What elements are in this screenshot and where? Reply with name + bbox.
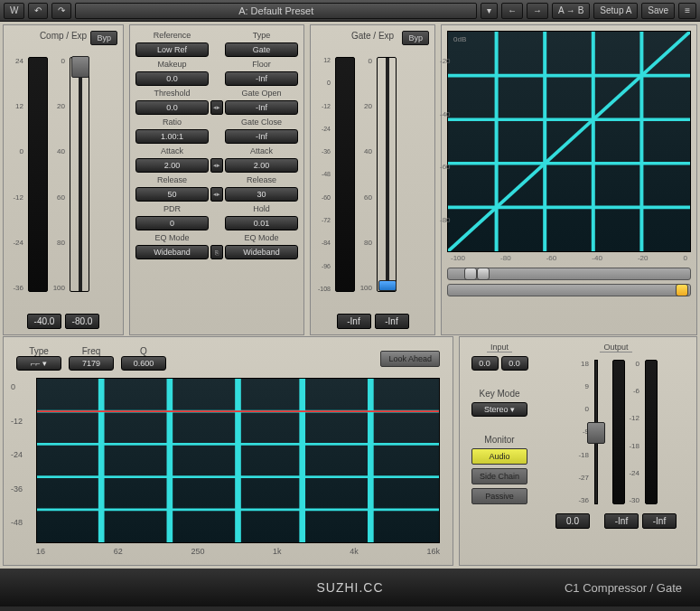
key-mode-select[interactable]: Stereo ▾ xyxy=(471,402,527,417)
next-button[interactable]: → xyxy=(527,3,548,19)
output-meter-right xyxy=(645,360,658,504)
curve-0db-label: 0dB xyxy=(453,35,466,43)
param-value[interactable]: Low Ref xyxy=(135,42,209,57)
param-value[interactable]: 2.00 xyxy=(225,158,298,173)
param-value[interactable]: 1.00:1 xyxy=(135,129,209,144)
gate-panel: Gate / Exp Byp 120-12-24-36-48-60-72-84-… xyxy=(310,24,435,335)
eq-freq-label: Freq xyxy=(69,346,114,356)
param-label: Release xyxy=(135,175,209,184)
gate-bypass-button[interactable]: Byp xyxy=(402,31,429,45)
input-left-value[interactable]: 0.0 xyxy=(471,356,499,371)
save-button[interactable]: Save xyxy=(641,3,675,19)
param-label: EQ Mode xyxy=(135,233,209,242)
curve-panel: 0dB -100-80-60-40-200 -20-40-60-80 xyxy=(441,24,697,335)
footer-watermark: SUZHI.CC xyxy=(316,580,383,595)
param-label: Attack xyxy=(225,146,298,155)
param-value[interactable]: 0 xyxy=(135,216,209,230)
eq-type-select[interactable]: ⌐⌐ ▾ xyxy=(16,356,61,371)
eq-panel: Type⌐⌐ ▾ Freq7179 Q0.600 Look Ahead 1662… xyxy=(3,336,453,566)
gate-scale-left: 120-12-24-36-48-60-72-84-96-108 xyxy=(316,57,332,292)
output-fader-value[interactable]: 0.0 xyxy=(555,513,590,529)
undo-button[interactable]: ↶ xyxy=(28,3,48,19)
param-label: Hold xyxy=(225,204,298,213)
param-label: Reference xyxy=(135,31,209,40)
comp-bypass-button[interactable]: Byp xyxy=(90,31,117,45)
monitor-label: Monitor xyxy=(484,435,514,445)
link-icon[interactable]: ◂▸ xyxy=(210,158,223,173)
param-value[interactable]: 0.0 xyxy=(135,71,209,86)
look-ahead-button[interactable]: Look Ahead xyxy=(380,351,440,367)
redo-button[interactable]: ↷ xyxy=(51,3,71,19)
param-label: Floor xyxy=(225,60,298,69)
output-meter-left xyxy=(612,360,625,504)
gate-meter-left xyxy=(335,57,355,292)
param-value[interactable]: Wideband xyxy=(135,245,209,259)
ab-button[interactable]: A → B xyxy=(552,3,590,19)
comp-meter-right[interactable] xyxy=(70,57,89,292)
param-label: Gate Close xyxy=(225,118,298,127)
menu-icon[interactable]: ≡ xyxy=(678,3,696,19)
logo-icon[interactable]: W xyxy=(4,3,24,19)
param-value[interactable]: Gate xyxy=(225,42,298,57)
svg-line-8 xyxy=(448,32,690,251)
io-panel: Input 0.0 0.0 Key Mode Stereo ▾ Monitor … xyxy=(459,336,697,566)
input-right-value[interactable]: 0.0 xyxy=(501,356,528,371)
plugin-name: C1 Compressor / Gate xyxy=(565,581,682,595)
monitor-sidechain-button[interactable]: Side Chain xyxy=(471,468,527,484)
gate-value-right[interactable]: -Inf xyxy=(375,314,409,329)
param-label: PDR xyxy=(135,204,209,213)
comp-value-left[interactable]: -40.0 xyxy=(27,314,61,329)
setup-button[interactable]: Setup A xyxy=(593,3,638,19)
comp-meter-left xyxy=(28,57,48,292)
param-label: Gate Open xyxy=(225,89,298,98)
params-panel: ReferenceTypeLow RefGateMakeupFloor0.0-I… xyxy=(129,24,304,335)
output-label: Output xyxy=(600,343,631,352)
eq-type-label: Type xyxy=(16,346,61,356)
key-mode-label: Key Mode xyxy=(479,389,519,399)
eq-q-value[interactable]: 0.600 xyxy=(121,356,166,371)
param-label: EQ Mode xyxy=(225,233,298,242)
prev-button[interactable]: ← xyxy=(501,3,523,19)
param-label: Ratio xyxy=(135,118,209,127)
param-value[interactable]: -Inf xyxy=(225,129,298,144)
curve-range-slider[interactable] xyxy=(447,268,691,280)
param-value[interactable]: 0.0 xyxy=(135,100,209,115)
comp-scale-right: 020406080100 xyxy=(51,57,67,292)
param-label: Type xyxy=(225,31,298,40)
comp-panel: Comp / Exp Byp 24120-12-24-36 0204060801… xyxy=(3,24,124,335)
gate-meter-right[interactable] xyxy=(377,57,397,292)
monitor-passive-button[interactable]: Passive xyxy=(471,488,527,504)
link-icon[interactable]: ⎘ xyxy=(210,245,223,259)
link-icon[interactable]: ◂▸ xyxy=(210,187,223,202)
output-left-value[interactable]: -Inf xyxy=(604,513,639,529)
eq-q-label: Q xyxy=(121,346,166,356)
curve-threshold-slider[interactable] xyxy=(447,284,691,296)
curve-graph[interactable]: 0dB xyxy=(447,31,691,252)
comp-value-right[interactable]: -80.0 xyxy=(65,314,99,329)
gate-scale-right: 020406080100 xyxy=(358,57,374,292)
eq-graph[interactable] xyxy=(36,378,440,543)
input-label: Input xyxy=(487,343,512,352)
param-value[interactable]: -Inf xyxy=(225,100,298,115)
output-right-value[interactable]: -Inf xyxy=(642,513,677,529)
param-label: Makeup xyxy=(135,60,209,69)
param-value[interactable]: 0.01 xyxy=(225,216,298,230)
param-value[interactable]: -Inf xyxy=(225,71,298,86)
monitor-audio-button[interactable]: Audio xyxy=(471,448,527,465)
param-label: Release xyxy=(225,175,298,184)
param-value[interactable]: 30 xyxy=(225,187,298,202)
preset-display[interactable]: A: Default Preset xyxy=(75,3,477,19)
eq-freq-value[interactable]: 7179 xyxy=(69,356,114,371)
comp-scale-left: 24120-12-24-36 xyxy=(9,57,25,292)
gate-value-left[interactable]: -Inf xyxy=(337,314,371,329)
param-value[interactable]: Wideband xyxy=(225,245,298,259)
preset-dropdown-icon[interactable]: ▾ xyxy=(481,3,498,19)
param-label: Threshold xyxy=(135,89,209,98)
param-label: Attack xyxy=(135,146,209,155)
param-value[interactable]: 50 xyxy=(135,187,209,202)
output-scale-2: 0-6-12-18-24-30 xyxy=(629,360,641,504)
link-icon[interactable]: ◂▸ xyxy=(210,100,223,115)
param-value[interactable]: 2.00 xyxy=(135,158,209,173)
output-fader[interactable] xyxy=(594,360,598,504)
